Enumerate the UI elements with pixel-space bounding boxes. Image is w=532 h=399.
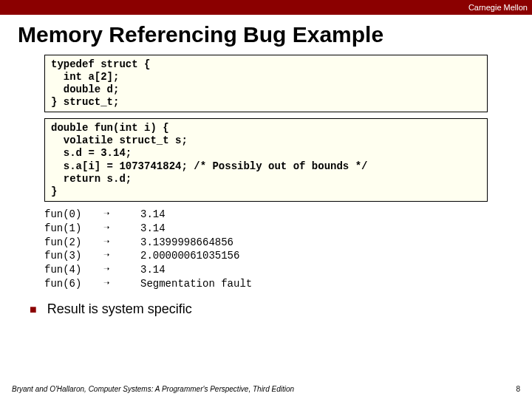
arrow-icon: ➝ [103, 277, 140, 291]
result-value: 3.14 [140, 208, 262, 222]
result-call: fun(1) [44, 222, 103, 236]
header-bar: Carnegie Mellon [0, 0, 532, 15]
code-struct-def: typedef struct { int a[2]; double d; } s… [44, 55, 488, 112]
page-number: 8 [516, 385, 520, 393]
table-row: fun(4)➝3.14 [44, 263, 262, 277]
arrow-icon: ➝ [103, 208, 140, 222]
table-row: fun(3)➝2.00000061035156 [44, 249, 262, 263]
result-call: fun(3) [44, 249, 103, 263]
result-call: fun(4) [44, 263, 103, 277]
footer-citation: Bryant and O'Hallaron, Computer Systems:… [12, 385, 294, 393]
table-row: fun(0)➝3.14 [44, 208, 262, 222]
bullet-text: Result is system specific [47, 301, 192, 317]
code-function-def: double fun(int i) { volatile struct_t s;… [44, 118, 488, 201]
slide-footer: Bryant and O'Hallaron, Computer Systems:… [0, 385, 532, 393]
org-label: Carnegie Mellon [468, 3, 528, 12]
arrow-icon: ➝ [103, 222, 140, 236]
result-value: 3.14 [140, 263, 262, 277]
result-call: fun(6) [44, 277, 103, 291]
arrow-icon: ➝ [103, 236, 140, 250]
result-call: fun(2) [44, 236, 103, 250]
result-call: fun(0) [44, 208, 103, 222]
result-value: Segmentation fault [140, 277, 262, 291]
slide-title: Memory Referencing Bug Example [0, 15, 532, 52]
results-table: fun(0)➝3.14 fun(1)➝3.14 fun(2)➝3.1399998… [44, 208, 488, 291]
result-value: 3.1399998664856 [140, 236, 262, 250]
arrow-icon: ➝ [103, 249, 140, 263]
result-value: 3.14 [140, 222, 262, 236]
table-row: fun(1)➝3.14 [44, 222, 262, 236]
table-row: fun(2)➝3.1399998664856 [44, 236, 262, 250]
table-row: fun(6)➝Segmentation fault [44, 277, 262, 291]
arrow-icon: ➝ [103, 263, 140, 277]
result-value: 2.00000061035156 [140, 249, 262, 263]
bullet-square-icon: ■ [30, 304, 37, 316]
bullet-item: ■ Result is system specific [30, 301, 532, 317]
